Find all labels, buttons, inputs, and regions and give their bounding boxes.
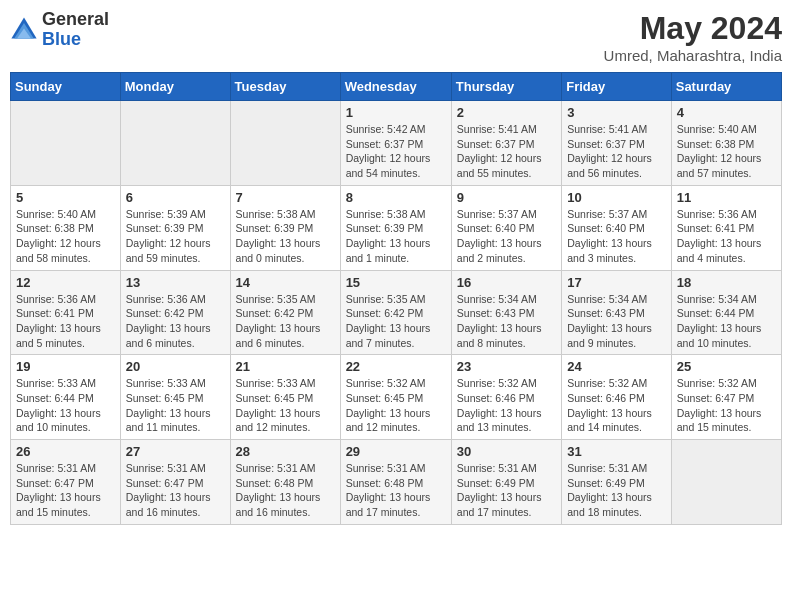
day-info: Sunrise: 5:31 AMSunset: 6:47 PMDaylight:… [16,461,115,520]
calendar-cell: 19Sunrise: 5:33 AMSunset: 6:44 PMDayligh… [11,355,121,440]
day-info: Sunrise: 5:38 AMSunset: 6:39 PMDaylight:… [236,207,335,266]
calendar-row: 1Sunrise: 5:42 AMSunset: 6:37 PMDaylight… [11,101,782,186]
day-info: Sunrise: 5:35 AMSunset: 6:42 PMDaylight:… [346,292,446,351]
calendar: Sunday Monday Tuesday Wednesday Thursday… [10,72,782,525]
day-info: Sunrise: 5:39 AMSunset: 6:39 PMDaylight:… [126,207,225,266]
day-number: 23 [457,359,556,374]
logo-blue: Blue [42,29,81,49]
calendar-cell: 10Sunrise: 5:37 AMSunset: 6:40 PMDayligh… [562,185,672,270]
day-info: Sunrise: 5:34 AMSunset: 6:43 PMDaylight:… [567,292,666,351]
day-info: Sunrise: 5:36 AMSunset: 6:41 PMDaylight:… [677,207,776,266]
calendar-cell: 11Sunrise: 5:36 AMSunset: 6:41 PMDayligh… [671,185,781,270]
calendar-cell: 25Sunrise: 5:32 AMSunset: 6:47 PMDayligh… [671,355,781,440]
day-number: 25 [677,359,776,374]
day-number: 12 [16,275,115,290]
day-number: 19 [16,359,115,374]
calendar-cell: 28Sunrise: 5:31 AMSunset: 6:48 PMDayligh… [230,440,340,525]
calendar-cell: 5Sunrise: 5:40 AMSunset: 6:38 PMDaylight… [11,185,121,270]
calendar-cell: 17Sunrise: 5:34 AMSunset: 6:43 PMDayligh… [562,270,672,355]
calendar-row: 5Sunrise: 5:40 AMSunset: 6:38 PMDaylight… [11,185,782,270]
calendar-cell: 24Sunrise: 5:32 AMSunset: 6:46 PMDayligh… [562,355,672,440]
calendar-cell: 31Sunrise: 5:31 AMSunset: 6:49 PMDayligh… [562,440,672,525]
calendar-row: 26Sunrise: 5:31 AMSunset: 6:47 PMDayligh… [11,440,782,525]
calendar-cell: 13Sunrise: 5:36 AMSunset: 6:42 PMDayligh… [120,270,230,355]
calendar-cell: 2Sunrise: 5:41 AMSunset: 6:37 PMDaylight… [451,101,561,186]
col-thursday: Thursday [451,73,561,101]
logo: General Blue [10,10,109,50]
day-info: Sunrise: 5:33 AMSunset: 6:45 PMDaylight:… [236,376,335,435]
day-info: Sunrise: 5:33 AMSunset: 6:45 PMDaylight:… [126,376,225,435]
logo-general: General [42,9,109,29]
header: General Blue May 2024 Umred, Maharashtra… [10,10,782,64]
logo-icon [10,16,38,44]
day-number: 30 [457,444,556,459]
calendar-cell: 20Sunrise: 5:33 AMSunset: 6:45 PMDayligh… [120,355,230,440]
day-info: Sunrise: 5:33 AMSunset: 6:44 PMDaylight:… [16,376,115,435]
day-number: 24 [567,359,666,374]
day-info: Sunrise: 5:32 AMSunset: 6:47 PMDaylight:… [677,376,776,435]
day-number: 3 [567,105,666,120]
calendar-cell: 9Sunrise: 5:37 AMSunset: 6:40 PMDaylight… [451,185,561,270]
calendar-cell [671,440,781,525]
month-year: May 2024 [604,10,782,47]
col-monday: Monday [120,73,230,101]
day-info: Sunrise: 5:40 AMSunset: 6:38 PMDaylight:… [677,122,776,181]
calendar-cell: 7Sunrise: 5:38 AMSunset: 6:39 PMDaylight… [230,185,340,270]
day-info: Sunrise: 5:31 AMSunset: 6:47 PMDaylight:… [126,461,225,520]
calendar-cell [230,101,340,186]
title-block: May 2024 Umred, Maharashtra, India [604,10,782,64]
day-info: Sunrise: 5:32 AMSunset: 6:45 PMDaylight:… [346,376,446,435]
calendar-cell: 22Sunrise: 5:32 AMSunset: 6:45 PMDayligh… [340,355,451,440]
day-number: 21 [236,359,335,374]
day-number: 26 [16,444,115,459]
day-info: Sunrise: 5:38 AMSunset: 6:39 PMDaylight:… [346,207,446,266]
day-info: Sunrise: 5:31 AMSunset: 6:49 PMDaylight:… [567,461,666,520]
calendar-cell: 4Sunrise: 5:40 AMSunset: 6:38 PMDaylight… [671,101,781,186]
calendar-cell: 6Sunrise: 5:39 AMSunset: 6:39 PMDaylight… [120,185,230,270]
calendar-cell: 29Sunrise: 5:31 AMSunset: 6:48 PMDayligh… [340,440,451,525]
day-number: 27 [126,444,225,459]
calendar-cell: 12Sunrise: 5:36 AMSunset: 6:41 PMDayligh… [11,270,121,355]
calendar-cell: 26Sunrise: 5:31 AMSunset: 6:47 PMDayligh… [11,440,121,525]
calendar-cell: 3Sunrise: 5:41 AMSunset: 6:37 PMDaylight… [562,101,672,186]
day-info: Sunrise: 5:31 AMSunset: 6:48 PMDaylight:… [236,461,335,520]
calendar-cell: 8Sunrise: 5:38 AMSunset: 6:39 PMDaylight… [340,185,451,270]
day-info: Sunrise: 5:35 AMSunset: 6:42 PMDaylight:… [236,292,335,351]
day-number: 11 [677,190,776,205]
col-saturday: Saturday [671,73,781,101]
calendar-cell: 23Sunrise: 5:32 AMSunset: 6:46 PMDayligh… [451,355,561,440]
day-info: Sunrise: 5:40 AMSunset: 6:38 PMDaylight:… [16,207,115,266]
calendar-row: 19Sunrise: 5:33 AMSunset: 6:44 PMDayligh… [11,355,782,440]
day-info: Sunrise: 5:36 AMSunset: 6:42 PMDaylight:… [126,292,225,351]
day-info: Sunrise: 5:32 AMSunset: 6:46 PMDaylight:… [567,376,666,435]
day-number: 9 [457,190,556,205]
day-number: 16 [457,275,556,290]
day-info: Sunrise: 5:31 AMSunset: 6:49 PMDaylight:… [457,461,556,520]
col-friday: Friday [562,73,672,101]
col-wednesday: Wednesday [340,73,451,101]
day-number: 22 [346,359,446,374]
calendar-cell: 27Sunrise: 5:31 AMSunset: 6:47 PMDayligh… [120,440,230,525]
day-info: Sunrise: 5:41 AMSunset: 6:37 PMDaylight:… [457,122,556,181]
day-info: Sunrise: 5:37 AMSunset: 6:40 PMDaylight:… [457,207,556,266]
day-info: Sunrise: 5:41 AMSunset: 6:37 PMDaylight:… [567,122,666,181]
calendar-cell [11,101,121,186]
day-info: Sunrise: 5:42 AMSunset: 6:37 PMDaylight:… [346,122,446,181]
day-number: 31 [567,444,666,459]
day-number: 18 [677,275,776,290]
day-info: Sunrise: 5:34 AMSunset: 6:43 PMDaylight:… [457,292,556,351]
calendar-cell: 16Sunrise: 5:34 AMSunset: 6:43 PMDayligh… [451,270,561,355]
day-number: 13 [126,275,225,290]
day-number: 8 [346,190,446,205]
day-info: Sunrise: 5:36 AMSunset: 6:41 PMDaylight:… [16,292,115,351]
day-number: 15 [346,275,446,290]
day-number: 20 [126,359,225,374]
col-tuesday: Tuesday [230,73,340,101]
day-number: 29 [346,444,446,459]
day-info: Sunrise: 5:32 AMSunset: 6:46 PMDaylight:… [457,376,556,435]
day-info: Sunrise: 5:34 AMSunset: 6:44 PMDaylight:… [677,292,776,351]
page-container: General Blue May 2024 Umred, Maharashtra… [10,10,782,525]
day-number: 17 [567,275,666,290]
calendar-cell: 15Sunrise: 5:35 AMSunset: 6:42 PMDayligh… [340,270,451,355]
calendar-header-row: Sunday Monday Tuesday Wednesday Thursday… [11,73,782,101]
